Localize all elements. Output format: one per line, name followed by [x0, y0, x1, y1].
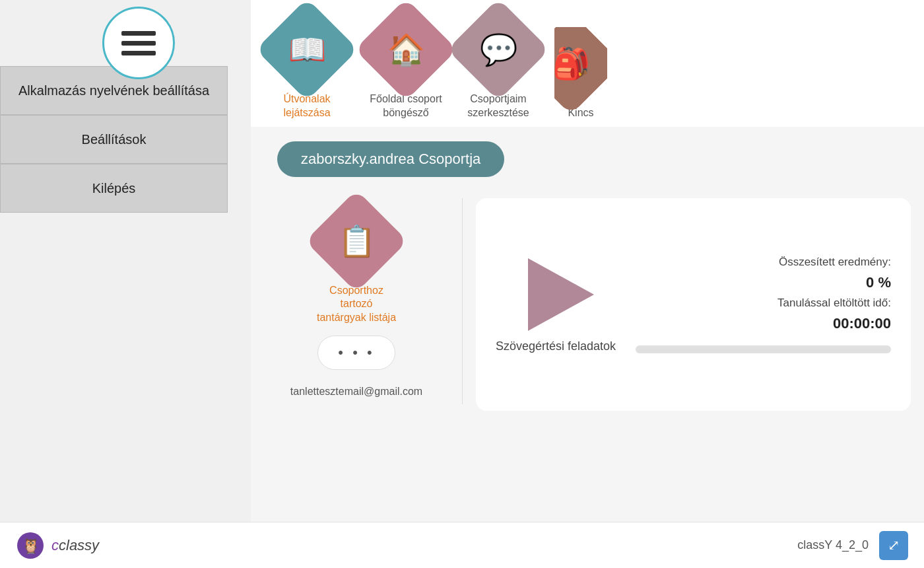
- home-label: Főoldal csoportböngésző: [370, 92, 442, 120]
- routes-diamond: 📖: [255, 0, 358, 101]
- bottom-section: 📋 Csoporthoz tartozótantárgyak listája •…: [264, 192, 911, 411]
- home-icon: 🏠: [387, 32, 425, 67]
- logo-area: 🦉 cclassy: [16, 531, 99, 560]
- home-icon-tile[interactable]: 🏠 Főoldal csoportböngésző: [370, 13, 442, 120]
- footer-right: classY 4_2_0 ⤢: [797, 531, 908, 560]
- play-triangle-icon: [528, 258, 594, 331]
- left-bottom-panel: 📋 Csoporthoz tartozótantárgyak listája •…: [264, 192, 449, 411]
- time-label: Tanulással eltöltött idő:: [636, 297, 891, 310]
- group-badge-container: zaborszky.andrea Csoportja: [251, 127, 924, 192]
- result-value: 0 %: [636, 274, 891, 291]
- routes-icon-tile[interactable]: 📖 Útvonalak lejátszása: [264, 13, 350, 120]
- groups-diamond: 💬: [447, 0, 550, 101]
- subjects-label: Csoporthoz tartozótantárgyak listája: [314, 284, 399, 325]
- treasure-icon-tile[interactable]: 🎒 Kincs: [554, 27, 607, 120]
- play-section: Szövegértési feladatok: [496, 255, 616, 353]
- groups-label: Csoportjaimszerkesztése: [467, 92, 529, 120]
- subjects-diamond: 📋: [305, 190, 408, 293]
- treasure-diamond: 🎒: [554, 27, 607, 115]
- sidebar-item-language[interactable]: Alkalmazás nyelvének beállítása: [0, 66, 228, 115]
- subjects-icon: 📋: [338, 223, 376, 259]
- group-badge[interactable]: zaborszky.andrea Csoportja: [277, 141, 504, 177]
- vertical-divider: [462, 198, 463, 404]
- footer: 🦉 cclassy classY 4_2_0 ⤢: [0, 522, 924, 568]
- more-button[interactable]: • • •: [317, 336, 395, 370]
- sidebar-item-settings[interactable]: Beállítások: [0, 115, 228, 164]
- home-diamond: 🏠: [354, 0, 457, 101]
- treasure-icon: 🎒: [554, 46, 590, 81]
- subjects-icon-tile[interactable]: 📋 Csoporthoz tartozótantárgyak listája: [314, 205, 399, 325]
- progress-bar: [636, 345, 891, 353]
- groups-icon: 💬: [480, 32, 517, 67]
- routes-label: Útvonalak lejátszása: [264, 92, 350, 120]
- user-email: tanlettesztemail@gmail.com: [290, 386, 422, 398]
- main-content: 📖 Útvonalak lejátszása 🏠 Főoldal csoport…: [251, 0, 924, 568]
- svg-text:🦉: 🦉: [22, 537, 40, 555]
- sidebar-item-logout[interactable]: Kilépés: [0, 164, 228, 213]
- result-label: Összesített eredmény:: [636, 256, 891, 269]
- task-label: Szövegértési feladatok: [496, 339, 616, 353]
- top-icons-row: 📖 Útvonalak lejátszása 🏠 Főoldal csoport…: [251, 0, 924, 127]
- expand-button[interactable]: ⤢: [879, 531, 908, 560]
- time-value: 00:00:00: [636, 315, 891, 332]
- version-text: classY 4_2_0: [797, 538, 869, 552]
- stats-card: Szövegértési feladatok Összesített eredm…: [476, 198, 911, 411]
- logo-text: cclassy: [51, 537, 99, 554]
- play-button[interactable]: [516, 255, 595, 334]
- hamburger-button[interactable]: [102, 7, 175, 79]
- sidebar-menu: Alkalmazás nyelvének beállítása Beállítá…: [0, 66, 228, 213]
- routes-icon: 📖: [288, 32, 326, 67]
- groups-icon-tile[interactable]: 💬 Csoportjaimszerkesztése: [462, 13, 535, 120]
- logo-icon: 🦉: [16, 531, 45, 560]
- hamburger-icon: [121, 31, 156, 55]
- stats-right: Összesített eredmény: 0 % Tanulással elt…: [636, 256, 891, 353]
